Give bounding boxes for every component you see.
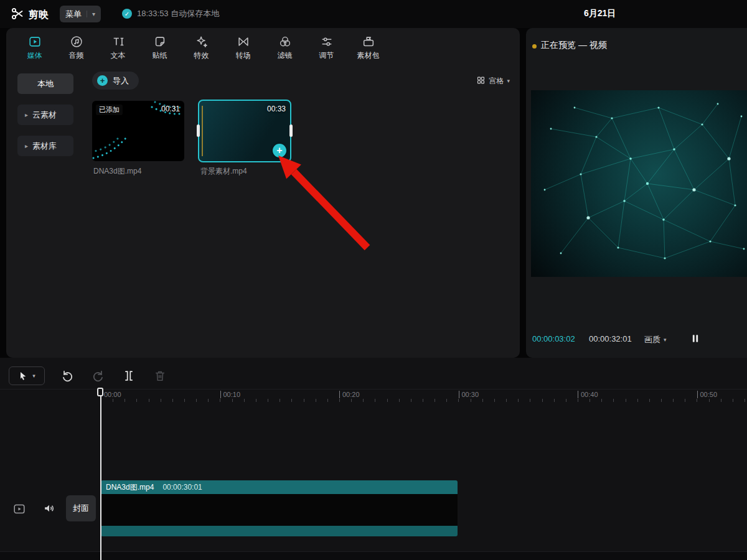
toolbar-divider: [0, 389, 747, 390]
transitions-icon: [237, 35, 250, 49]
scissors-logo-icon: [10, 6, 25, 24]
clip-audio-strip: [101, 526, 458, 536]
grid-icon: [476, 75, 486, 86]
ruler-label: 00:10: [220, 391, 241, 398]
duration-label: 00:33: [267, 105, 286, 113]
preview-panel: 正在预览 — 视频: [526, 28, 747, 358]
tab-audio[interactable]: 音频: [55, 32, 97, 67]
tab-label: 调节: [319, 50, 334, 61]
chevron-down-icon: ▾: [507, 78, 510, 84]
cover-button[interactable]: 封面: [66, 495, 96, 521]
redo-button[interactable]: [91, 369, 105, 383]
date-label: 6月21日: [584, 8, 616, 19]
media-item-name: 背景素材.mp4: [200, 166, 247, 177]
playhead-line[interactable]: [100, 396, 101, 560]
clip-filmstrip: [101, 494, 458, 526]
menu-label: 菜单: [65, 9, 82, 20]
material-pack-icon: [362, 35, 375, 49]
menu-button[interactable]: 菜单 ▾: [60, 6, 101, 22]
trim-handle-left[interactable]: [197, 124, 200, 137]
preview-status: 正在预览 — 视频: [541, 40, 607, 51]
app-window: 剪映 菜单 ▾ ✓ 18:33:53 自动保存本地 6月21日 媒体 音: [0, 0, 747, 560]
playhead-handle[interactable]: [97, 388, 103, 396]
pause-icon: [689, 332, 702, 345]
redo-icon: [91, 369, 105, 383]
add-to-timeline-button[interactable]: +: [273, 144, 286, 157]
cursor-icon: [18, 371, 28, 381]
media-item-name: DNA3d图.mp4: [93, 166, 141, 177]
timeline-scrollbar-area[interactable]: [0, 551, 747, 560]
tab-adjust[interactable]: 调节: [306, 32, 347, 67]
tab-material-pack[interactable]: 素材包: [347, 32, 389, 67]
thumbnail-accent-line: [202, 106, 203, 156]
sidebar-item-label: 素材库: [32, 141, 57, 152]
app-name: 剪映: [29, 9, 49, 22]
trim-handle-right[interactable]: [289, 124, 293, 137]
speaker-icon: [42, 502, 56, 515]
tab-media[interactable]: 媒体: [14, 32, 55, 67]
sidebar-item-label: 云素材: [32, 110, 57, 121]
clip-duration: 00:00:30:01: [162, 483, 202, 492]
main-track-icon: [12, 502, 26, 516]
tab-sticker[interactable]: 贴纸: [139, 32, 181, 67]
chevron-right-icon: ▸: [25, 111, 28, 118]
timeline-clip[interactable]: DNA3d图.mp4 00:00:30:01: [101, 480, 458, 536]
tab-label: 音频: [69, 50, 84, 61]
ruler-ticks[interactable]: [101, 399, 747, 402]
tab-label: 滤镜: [278, 50, 293, 61]
select-tool-button[interactable]: ▾: [9, 366, 45, 385]
media-panel: 媒体 音频 文本 贴纸: [6, 28, 520, 358]
quality-dropdown[interactable]: 画质 ▾: [644, 334, 667, 345]
ruler-label: 00:20: [339, 391, 360, 398]
sidebar-item-label: 本地: [37, 78, 54, 90]
total-time: 00:00:32:01: [589, 334, 632, 343]
clip-header: DNA3d图.mp4 00:00:30:01: [101, 480, 458, 494]
check-icon: ✓: [122, 9, 132, 19]
plexus-art: [531, 90, 747, 277]
preview-video[interactable]: [531, 90, 747, 277]
media-item-dna[interactable]: 已添加 00:31: [92, 101, 184, 161]
split-button[interactable]: [122, 369, 136, 383]
import-button[interactable]: + 导入: [92, 72, 139, 90]
status-dot-icon: [532, 44, 537, 49]
duration-label: 00:31: [161, 105, 180, 113]
tab-text[interactable]: 文本: [97, 32, 139, 67]
sidebar-item-local[interactable]: 本地: [17, 73, 73, 94]
sidebar-item-library[interactable]: ▸ 素材库: [17, 136, 73, 156]
effects-icon: [195, 35, 209, 49]
adjust-icon: [320, 35, 334, 49]
ruler-label: 00:50: [697, 391, 718, 398]
chevron-down-icon: ▾: [32, 373, 35, 379]
undo-button[interactable]: [61, 369, 75, 383]
chevron-down-icon: ▾: [664, 337, 667, 343]
chevron-down-icon: ▾: [87, 11, 95, 17]
tab-label: 文本: [111, 50, 126, 61]
quality-label: 画质: [644, 334, 660, 345]
current-time: 00:00:03:02: [532, 334, 575, 343]
tab-transitions[interactable]: 转场: [222, 32, 264, 67]
timeline-panel: ▾ 00:00 00:10 00:20 00:30 00:40 00:50: [0, 358, 747, 560]
track-mute-toggle[interactable]: [42, 502, 56, 515]
tab-filters[interactable]: 滤镜: [264, 32, 306, 67]
autosave-status: ✓ 18:33:53 自动保存本地: [122, 8, 219, 19]
sidebar-item-cloud[interactable]: ▸ 云素材: [17, 105, 73, 125]
media-tab-bar: 媒体 音频 文本 贴纸: [14, 32, 389, 67]
main-track-toggle[interactable]: [12, 502, 26, 516]
undo-icon: [61, 369, 75, 383]
tab-label: 贴纸: [153, 50, 167, 61]
filters-icon: [278, 35, 292, 49]
clip-name: DNA3d图.mp4: [106, 482, 154, 493]
grid-layout-dropdown[interactable]: 宫格 ▾: [476, 75, 510, 86]
added-badge: 已添加: [96, 105, 123, 115]
sticker-icon: [153, 35, 167, 49]
autosave-text: 18:33:53 自动保存本地: [137, 8, 219, 19]
audio-icon: [70, 35, 83, 49]
pause-button[interactable]: [689, 332, 702, 345]
grid-label: 宫格: [489, 76, 504, 86]
delete-button[interactable]: [153, 369, 167, 383]
tab-effects[interactable]: 特效: [181, 32, 222, 67]
tab-label: 特效: [194, 50, 209, 61]
media-item-background[interactable]: 00:33 +: [198, 100, 291, 162]
media-icon: [28, 35, 42, 49]
trash-icon: [153, 369, 167, 383]
